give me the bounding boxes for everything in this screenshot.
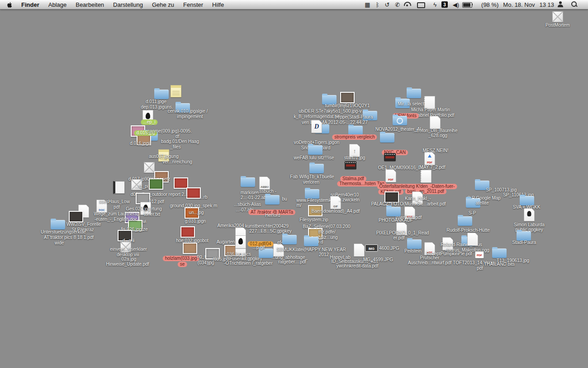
desktop-file-label[interactable]: toner.txt bbox=[144, 212, 160, 217]
desktop-pdf-icon[interactable]: PDF bbox=[385, 169, 396, 183]
desktop-folder-icon[interactable] bbox=[304, 237, 318, 247]
desktop-file-label[interactable]: 227...E8...5C.gpgkey bbox=[249, 229, 291, 234]
desktop-file-label[interactable]: tumblr(lmj6z19OQ2Y1 bbox=[325, 103, 370, 109]
desktop-file-label[interactable]: weFAB lulu sitz!!!ise bbox=[294, 155, 334, 161]
desktop-file-label[interactable]: treppe(Stadl-Paura bbox=[335, 115, 373, 120]
desktop-file-label[interactable]: ...rb bbox=[199, 195, 207, 200]
battery-percent[interactable]: (98 %) bbox=[479, 0, 501, 9]
desktop-notebook-icon[interactable] bbox=[113, 181, 125, 194]
desktop-file-label[interactable]: Herford bbox=[265, 213, 280, 218]
desktop-file-label[interactable]: einvers...gserklaer bbox=[110, 247, 147, 252]
desktop-file-label[interactable]: Unterstuetzüngserklae bbox=[41, 229, 86, 235]
desktop-pdfchip-icon[interactable]: PDF bbox=[475, 251, 484, 259]
desktop-file-label[interactable]: Prutscher bbox=[420, 255, 440, 261]
desktop-folder-icon[interactable] bbox=[282, 235, 297, 245]
desktop-file-label[interactable]: PHOTOANKAUF bbox=[379, 218, 413, 223]
desktop-photo-icon[interactable] bbox=[186, 187, 201, 199]
desktop-file-label[interactable]: Baersdownload)_A4.pdf bbox=[312, 209, 360, 214]
desktop-file-label[interactable]: PALACZ_FOTO(Muss.Sic...arbeit.pdf bbox=[371, 201, 446, 207]
desktop-folder-icon[interactable] bbox=[308, 145, 322, 155]
desktop-file-label[interactable]: cervik.010.jpgalgie / bbox=[168, 109, 208, 114]
desktop-file-label[interactable]: start01.jpg bbox=[344, 155, 365, 161]
desktop-file-label[interactable]: ver...nreichung bbox=[162, 159, 192, 165]
desktop-file-label[interactable]: se bbox=[178, 259, 187, 268]
desktop-file-label[interactable]: Hinweise_Update.pdf bbox=[106, 262, 149, 267]
desktop-note-icon[interactable] bbox=[171, 85, 181, 98]
menu-finder[interactable]: Finder bbox=[17, 0, 44, 9]
desktop-folder-icon[interactable] bbox=[492, 249, 507, 258]
desktop-folder-icon[interactable] bbox=[265, 195, 280, 205]
desktop-file-label[interactable]: k_B_reformagendat.txt bbox=[294, 114, 339, 119]
desktop-file-label[interactable]: pdf bbox=[114, 205, 120, 210]
desktop-file-label[interactable]: Wege_züm Lauftherap bbox=[94, 211, 140, 217]
desktop-photo-icon[interactable] bbox=[180, 226, 195, 238]
desktop-file-label[interactable]: er.pdf bbox=[393, 235, 404, 241]
desktop-photo-icon[interactable] bbox=[69, 211, 83, 223]
desktop-file-label[interactable]: ...ct_pi bbox=[135, 184, 148, 189]
wifi-icon[interactable] bbox=[403, 0, 416, 9]
desktop-folder-icon[interactable] bbox=[458, 216, 472, 226]
desktop-file-label[interactable]: Stadl-Paura bbox=[512, 240, 536, 245]
desktop-file-label[interactable]: strompreis vergleich bbox=[332, 132, 377, 140]
desktop-file-label[interactable]: Auschreib...ntwurf.pdf bbox=[408, 260, 452, 266]
desktop-folder-icon[interactable] bbox=[51, 220, 65, 230]
desktop-file-label[interactable]: T13_190613.jpg bbox=[497, 258, 529, 263]
desktop-file-label[interactable]: MG_4599.JPG bbox=[363, 257, 393, 263]
desktop-file-label[interactable]: -euten_-_English.doc bbox=[95, 217, 138, 222]
phone-icon[interactable]: ✆ bbox=[392, 0, 403, 9]
desktop-folder-icon[interactable] bbox=[380, 133, 394, 143]
desktop-file-label[interactable]: ...p.gif bbox=[252, 245, 265, 250]
desktop-file-label[interactable]: Ges.027.jpg rtung bbox=[126, 206, 162, 212]
desktop-doc-icon[interactable] bbox=[430, 116, 441, 129]
desktop-file-label[interactable]: verloren bbox=[303, 180, 319, 185]
desktop-folderap-icon[interactable] bbox=[393, 116, 407, 126]
desktop-file-label[interactable]: badg.01/Den Haag bbox=[161, 139, 199, 144]
desktop-file-label[interactable]: www.Filesystemker bbox=[296, 198, 335, 203]
desktop-folder-icon[interactable] bbox=[241, 177, 255, 187]
desktop-file-label[interactable]: (034)jpg bbox=[198, 260, 214, 266]
desktop-file-label[interactable]: 012.pdf bbox=[149, 199, 164, 205]
desktop-file-label[interactable]: -OTrichtlinien /_ratgeber bbox=[224, 261, 272, 266]
desktop-photo-icon[interactable] bbox=[183, 243, 197, 254]
desktop-file-label[interactable]: AT'traktor pics 8 18 1.pdf bbox=[44, 235, 94, 240]
desktop-file-label[interactable]: voDetroit+Tigers.jpgon bbox=[294, 140, 340, 145]
desktop-photo-icon[interactable] bbox=[340, 92, 355, 104]
desktop-gpg-icon[interactable] bbox=[524, 208, 535, 222]
menu-ablage[interactable]: Ablage bbox=[44, 0, 71, 9]
battery-icon[interactable] bbox=[462, 0, 479, 9]
desktop-movie-icon[interactable] bbox=[384, 153, 396, 162]
desktop-file-label[interactable]: ...trofon_DB_Baureihe bbox=[413, 128, 458, 134]
desktop-page-icon[interactable]: ABBU bbox=[259, 177, 270, 190]
keyboard-layout-icon[interactable]: 3 bbox=[441, 1, 448, 8]
clock-date[interactable]: Mo. 18. Nov bbox=[501, 0, 537, 9]
desktop-doc-icon[interactable] bbox=[354, 244, 365, 257]
desktop-file-label[interactable]: Amerika2004 bbox=[218, 223, 244, 229]
desktop-file-label[interactable]: Fab WifigTb_kTbuelle bbox=[290, 174, 334, 180]
desktop-file-label[interactable]: aus007.jpgung bbox=[149, 154, 179, 159]
desktop-file-label[interactable]: impingement bbox=[177, 114, 203, 119]
desktop-file-label[interactable]: tfiz.pdfe/ bbox=[318, 229, 336, 235]
desktop-folder-icon[interactable] bbox=[309, 164, 324, 174]
desktop[interactable]: PostMortemd.011.jpgedep.013.jpguns.cervi… bbox=[0, 9, 588, 368]
desktop-cube-icon[interactable]: PostMortem bbox=[545, 11, 570, 28]
desktop-file-label[interactable]: ssesHaus_Low bbox=[99, 199, 130, 205]
desktop-file-label[interactable]: basi...en_2011.pdf bbox=[405, 186, 446, 195]
user-switch-icon[interactable] bbox=[556, 0, 570, 9]
desktop-pdfarrow-icon[interactable]: PDF bbox=[424, 152, 435, 166]
desktop-file-label[interactable]: m/ bbox=[296, 203, 301, 208]
desktop-figure-icon[interactable] bbox=[235, 235, 246, 249]
apple-menu-icon[interactable] bbox=[6, 1, 13, 8]
desktop-file-label[interactable]: ratgeber....pdf bbox=[278, 259, 306, 265]
desktop-folder-icon[interactable] bbox=[407, 89, 421, 99]
desktop-file-label[interactable]: ...ssbuch - bbox=[256, 189, 276, 194]
menu-gehe-zu[interactable]: Gehe zu bbox=[147, 0, 179, 9]
desktop-folder-icon[interactable] bbox=[407, 239, 422, 249]
desktop-folder-icon[interactable] bbox=[386, 207, 401, 217]
desktop-file-label[interactable]: 02a.jpg bbox=[122, 257, 137, 262]
clock-time[interactable]: 13 13 bbox=[537, 0, 556, 9]
desktop-movie-icon[interactable] bbox=[345, 161, 356, 170]
bluetooth-icon[interactable]: ᛒ bbox=[373, 0, 382, 9]
desktop-file-label[interactable]: d.011.jpge bbox=[146, 99, 166, 105]
desktop-file-label[interactable]: SBMUKKlatei(HAPPY NEW YEAR bbox=[276, 247, 346, 253]
desktop-file-label[interactable]: _files bbox=[170, 144, 180, 150]
